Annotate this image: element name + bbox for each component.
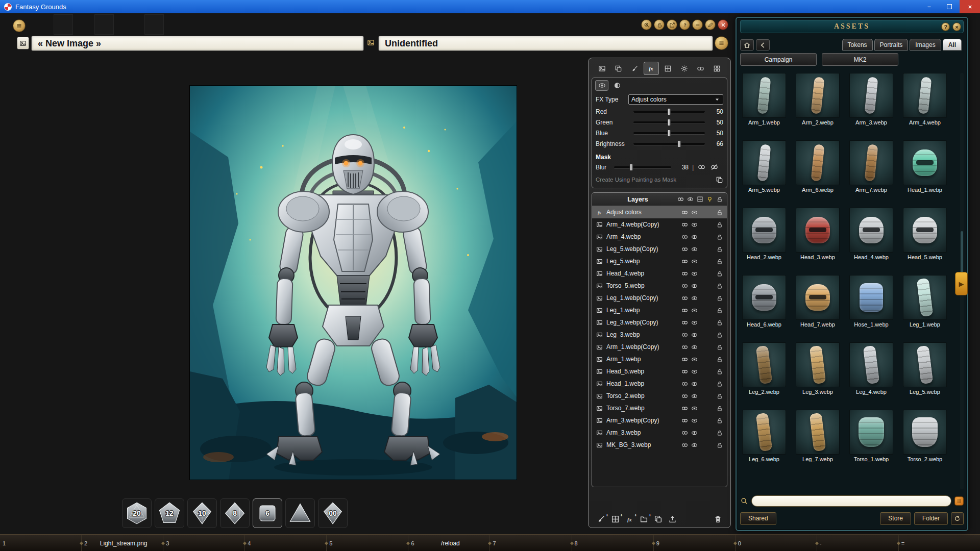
- radial-menu-button[interactable]: [13, 19, 26, 32]
- layer-link-icon[interactable]: [680, 356, 690, 363]
- window-help-button[interactable]: [679, 19, 690, 30]
- layer-visibility-icon[interactable]: [690, 258, 699, 265]
- window-close-button[interactable]: [718, 19, 728, 30]
- hotbar-slot-10[interactable]: 0: [735, 535, 817, 551]
- assets-tab-images[interactable]: Images: [910, 39, 941, 51]
- eye-toggle-button[interactable]: [596, 81, 608, 90]
- asset-item[interactable]: Arm_5.webp: [742, 140, 786, 194]
- die-d10[interactable]: 10: [187, 498, 217, 528]
- asset-item[interactable]: Head_3.webp: [796, 208, 840, 262]
- grid-tool-button[interactable]: [710, 62, 724, 74]
- asset-item[interactable]: Head_7.webp: [796, 275, 840, 329]
- asset-item[interactable]: Arm_3.webp: [849, 73, 893, 127]
- layer-link-icon[interactable]: [680, 258, 690, 265]
- layers-eye-button[interactable]: [685, 195, 695, 204]
- layer-row[interactable]: Head_4.webp: [592, 267, 727, 280]
- grid-options-button[interactable]: [954, 496, 964, 506]
- layer-link-icon[interactable]: [680, 344, 690, 350]
- layer-visibility-icon[interactable]: [690, 270, 699, 277]
- layer-row[interactable]: Arm_4.webp: [592, 231, 727, 243]
- window-lock-button[interactable]: [654, 19, 665, 30]
- assets-close-button[interactable]: ×: [952, 22, 961, 31]
- folder-button[interactable]: Folder: [914, 512, 948, 525]
- back-button[interactable]: [756, 39, 770, 51]
- portrait-slot[interactable]: [94, 14, 114, 35]
- die-d6[interactable]: 6: [253, 498, 282, 528]
- layer-lock-icon[interactable]: [715, 246, 724, 253]
- layer-lock-icon[interactable]: [715, 295, 724, 302]
- brush-add-button[interactable]: +: [597, 515, 605, 523]
- layer-visibility-icon[interactable]: [690, 295, 699, 302]
- layer-link-icon[interactable]: [680, 209, 690, 216]
- asset-item[interactable]: Leg_4.webp: [849, 342, 893, 396]
- asset-item[interactable]: Head_1.webp: [903, 140, 947, 194]
- layer-row[interactable]: Arm_3.webp(Copy): [592, 414, 727, 427]
- asset-item[interactable]: Head_2.webp: [742, 208, 786, 262]
- portrait-slot[interactable]: [54, 14, 73, 35]
- tiles-tool-button[interactable]: [660, 62, 675, 74]
- blur-slider-thumb[interactable]: [629, 164, 633, 171]
- layer-row[interactable]: Leg_1.webp: [592, 304, 727, 316]
- layers-lock-button[interactable]: [715, 195, 724, 204]
- layer-lock-icon[interactable]: [715, 442, 724, 448]
- layer-visibility-icon[interactable]: [690, 221, 699, 228]
- layer-visibility-icon[interactable]: [690, 417, 699, 424]
- layer-lock-icon[interactable]: [715, 209, 724, 216]
- asset-item[interactable]: Arm_6.webp: [796, 140, 840, 194]
- layer-link-icon[interactable]: [680, 442, 690, 448]
- assets-tab-all[interactable]: All: [943, 39, 962, 51]
- asset-item[interactable]: Leg_7.webp: [796, 410, 840, 464]
- layer-row[interactable]: Leg_3.webp: [592, 329, 727, 341]
- layer-visibility-icon[interactable]: [690, 356, 699, 363]
- layer-lock-icon[interactable]: [715, 368, 724, 375]
- sun-tool-button[interactable]: [677, 62, 691, 74]
- layer-visibility-icon[interactable]: [690, 283, 699, 289]
- layer-row[interactable]: Torso_5.webp: [592, 280, 727, 292]
- layer-link-icon[interactable]: [680, 307, 690, 314]
- window-menu-button[interactable]: [715, 36, 728, 50]
- export-button[interactable]: [668, 515, 677, 523]
- layer-lock-icon[interactable]: [715, 221, 724, 228]
- layer-visibility-icon[interactable]: [690, 246, 699, 253]
- slider-track[interactable]: [633, 132, 705, 134]
- asset-item[interactable]: Head_5.webp: [903, 208, 947, 262]
- layer-visibility-icon[interactable]: [690, 393, 699, 399]
- layer-row[interactable]: Head_5.webp: [592, 365, 727, 378]
- asset-item[interactable]: Head_4.webp: [849, 208, 893, 262]
- hotbar-slot-9[interactable]: 9: [653, 535, 735, 551]
- mask-copy-button[interactable]: [716, 176, 723, 184]
- layer-lock-icon[interactable]: [715, 283, 724, 289]
- layer-row[interactable]: Torso_7.webp: [592, 402, 727, 414]
- die-d12[interactable]: 12: [155, 498, 184, 528]
- layer-visibility-icon[interactable]: [690, 405, 699, 412]
- layer-link-icon[interactable]: [680, 319, 690, 326]
- shared-button[interactable]: Shared: [740, 512, 776, 525]
- window-share-button[interactable]: [667, 19, 677, 30]
- layer-row[interactable]: Arm_1.webp: [592, 353, 727, 365]
- tiles-add-button[interactable]: +: [611, 515, 620, 523]
- hotbar-slot-4[interactable]: 4: [244, 535, 326, 551]
- die-d8[interactable]: 8: [220, 498, 250, 528]
- layer-lock-icon[interactable]: [715, 319, 724, 326]
- portrait-slot[interactable]: [144, 14, 164, 35]
- hotbar-slot-8[interactable]: 8: [572, 535, 653, 551]
- layers-bulb-button[interactable]: [705, 195, 715, 204]
- slider-track[interactable]: [633, 121, 705, 123]
- layer-link-icon[interactable]: [680, 246, 690, 253]
- layer-row[interactable]: Arm_3.webp: [592, 427, 727, 439]
- asset-item[interactable]: Leg_3.webp: [796, 342, 840, 396]
- hotbar-slot-7[interactable]: 7: [489, 535, 571, 551]
- mask-link-button[interactable]: [695, 163, 708, 171]
- asset-item[interactable]: Arm_2.webp: [796, 73, 840, 127]
- layer-row[interactable]: Arm_1.webp(Copy): [592, 341, 727, 353]
- hotbar-slot-12[interactable]: =: [898, 535, 980, 551]
- image-name-field[interactable]: « New Image »: [31, 36, 364, 51]
- filter-campaign-button[interactable]: Campaign: [740, 53, 817, 66]
- asset-item[interactable]: Leg_6.webp: [742, 410, 786, 464]
- asset-item[interactable]: Leg_5.webp: [903, 342, 947, 396]
- blur-slider[interactable]: [614, 166, 671, 168]
- window-maximize-button[interactable]: [939, 0, 960, 13]
- slider-thumb[interactable]: [668, 119, 671, 126]
- mask-toggle-button[interactable]: [611, 81, 623, 90]
- layer-lock-icon[interactable]: [715, 430, 724, 436]
